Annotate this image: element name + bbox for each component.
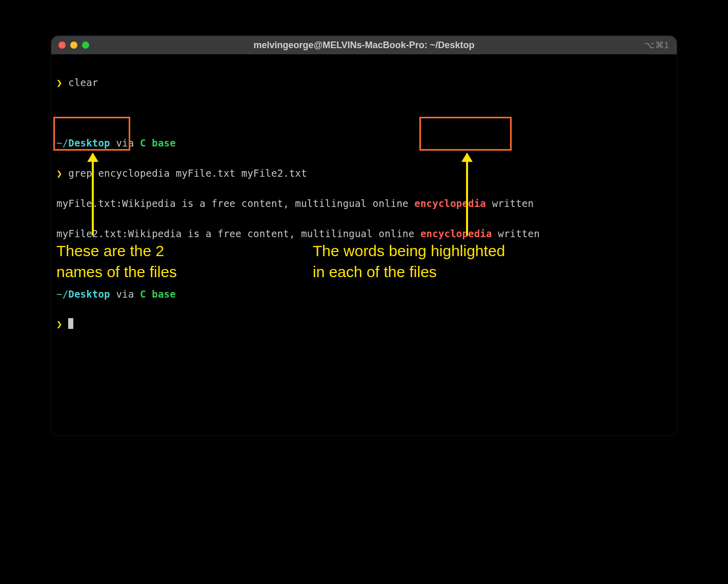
terminal-window: melvingeorge@MELVINs-MacBook-Pro: ~/Desk… (51, 36, 677, 435)
terminal-line: ❯ (56, 317, 672, 331)
maximize-icon[interactable] (82, 41, 89, 49)
window-shortcut-indicator: ⌥⌘1 (644, 40, 670, 51)
close-icon[interactable] (58, 41, 66, 49)
grep-text-before: Wikipedia is a free content, multilingua… (128, 228, 420, 239)
grep-filename: myFile.txt: (56, 198, 122, 209)
via-text: via (110, 288, 140, 300)
window-title: melvingeorge@MELVINs-MacBook-Pro: ~/Desk… (51, 40, 677, 51)
terminal-line: ~/Desktop via C base (56, 287, 672, 302)
terminal-line: ~/Desktop via C base (56, 136, 672, 151)
prompt-symbol: ❯ (56, 168, 63, 179)
grep-match: encyclopedia (414, 198, 486, 209)
grep-text-after: written (486, 198, 534, 209)
command-text: grep encyclopedia myFile.txt myFile2.txt (63, 168, 307, 179)
command-text: clear (63, 77, 98, 88)
env-name: C base (140, 137, 176, 149)
grep-output-line: myFile.txt:Wikipedia is a free content, … (56, 196, 672, 211)
env-name: C base (140, 288, 176, 300)
prompt-symbol: ❯ (56, 77, 63, 88)
terminal-blank-line (56, 106, 672, 120)
minimize-icon[interactable] (70, 41, 77, 49)
title-bar: melvingeorge@MELVINs-MacBook-Pro: ~/Desk… (51, 36, 677, 54)
prompt-symbol: ❯ (56, 318, 63, 329)
path-prefix: ~/ (56, 137, 68, 149)
grep-output-line: myFile2.txt:Wikipedia is a free content,… (56, 226, 672, 241)
cursor-icon (68, 318, 73, 329)
annotation-text-left: These are the 2 names of the files (56, 241, 177, 282)
via-text: via (110, 137, 140, 149)
annotation-text-right: The words being highlighted in each of t… (313, 241, 505, 282)
grep-text-after: written (492, 228, 540, 239)
grep-filename: myFile2.txt: (56, 228, 128, 239)
traffic-lights (58, 41, 89, 49)
path-bold: Desktop (68, 288, 110, 300)
path-bold: Desktop (68, 137, 110, 149)
grep-text-before: Wikipedia is a free content, multilingua… (122, 198, 414, 209)
terminal-line: ❯ clear (56, 75, 672, 90)
terminal-body[interactable]: ❯ clear ~/Desktop via C base ❯ grep ency… (51, 54, 677, 368)
terminal-line: ❯ grep encyclopedia myFile.txt myFile2.t… (56, 166, 672, 181)
grep-match: encyclopedia (420, 228, 492, 239)
path-prefix: ~/ (56, 288, 68, 300)
